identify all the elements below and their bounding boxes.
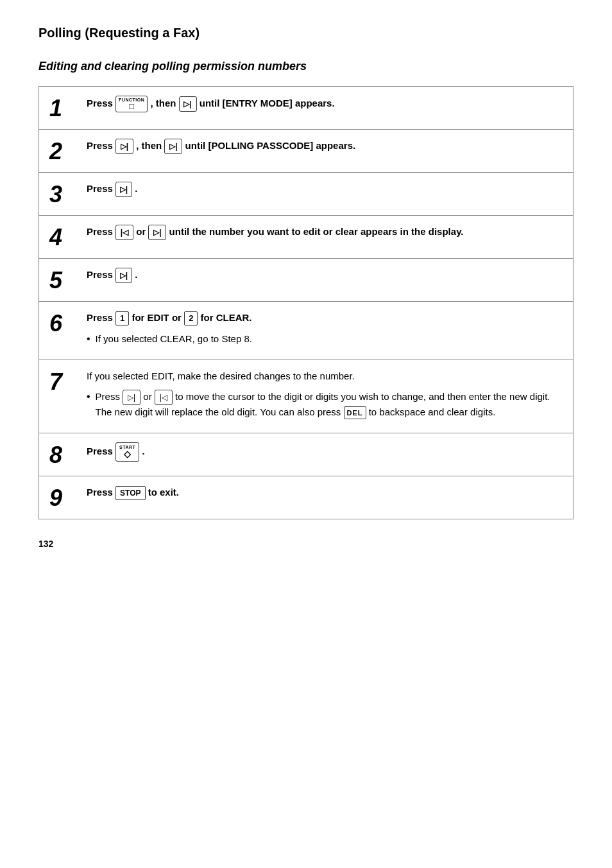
step6-for-edit: for EDIT or: [132, 312, 184, 323]
step-content-2: Press ▷| , then ▷| until [POLLING PASSCO…: [87, 139, 563, 154]
step2-then: , then: [136, 140, 164, 151]
step4-press: Press: [87, 226, 115, 237]
btn-stop[interactable]: STOP: [115, 486, 145, 500]
btn-del[interactable]: DEL: [344, 406, 366, 419]
step-num-9: 9: [49, 485, 80, 510]
step-content-7: If you selected EDIT, make the desired c…: [87, 369, 563, 424]
step6-press: Press: [87, 312, 115, 323]
step-row-5: 5 Press ▷| .: [39, 258, 573, 301]
step1-press: Press: [87, 98, 115, 108]
step1-until: until [ENTRY MODE] appears.: [200, 98, 335, 108]
btn-function[interactable]: FUNCTION □: [115, 96, 148, 112]
step-num-5: 5: [49, 268, 80, 292]
step5-period: .: [135, 269, 137, 280]
step7-main: If you selected EDIT, make the desired c…: [87, 370, 355, 381]
btn-arrow-right-4[interactable]: ▷|: [148, 225, 166, 240]
step-content-4: Press |◁ or ▷| until the number you want…: [87, 225, 563, 240]
step2-press: Press: [87, 140, 115, 151]
step3-period: .: [135, 183, 137, 194]
step-row-1: 1 Press FUNCTION □ , then ▷| until [ENTR…: [39, 87, 573, 129]
step-content-3: Press ▷| .: [87, 182, 563, 197]
steps-container: 1 Press FUNCTION □ , then ▷| until [ENTR…: [38, 86, 574, 519]
step9-to-exit: to exit.: [148, 487, 179, 498]
step-row-4: 4 Press |◁ or ▷| until the number you wa…: [39, 215, 573, 258]
step5-press: Press: [87, 269, 115, 280]
step4-until: until the number you want to edit or cle…: [169, 226, 464, 237]
step-num-2: 2: [49, 139, 80, 163]
step6-for-clear: for CLEAR.: [201, 312, 252, 323]
step-num-7: 7: [49, 369, 80, 394]
btn-arrow-right-1[interactable]: ▷|: [179, 96, 197, 112]
page-title: Polling (Requesting a Fax): [38, 26, 574, 40]
step-row-7: 7 If you selected EDIT, make the desired…: [39, 360, 573, 433]
section-title: Editing and clearing polling permission …: [38, 60, 574, 73]
btn-set-5[interactable]: ▷|: [115, 268, 132, 283]
step6-bullets: • If you selected CLEAR, go to Step 8.: [87, 332, 563, 347]
btn-start[interactable]: START ◇: [115, 442, 139, 462]
btn-arrow-left-7b[interactable]: |◁: [155, 390, 173, 405]
btn-arrow-right-2a[interactable]: ▷|: [115, 139, 133, 154]
step4-or: or: [136, 226, 148, 237]
step-content-9: Press STOP to exit.: [87, 485, 563, 500]
step3-press: Press: [87, 183, 115, 194]
step9-press: Press: [87, 487, 115, 498]
btn-num-1[interactable]: 1: [115, 311, 129, 326]
step8-press: Press: [87, 446, 115, 456]
step8-period: .: [142, 446, 145, 456]
step2-until: until [POLLING PASSCODE] appears.: [185, 140, 356, 151]
btn-arrow-right-2b[interactable]: ▷|: [164, 139, 182, 154]
step-num-4: 4: [49, 225, 80, 249]
page-number: 132: [38, 539, 574, 549]
step-content-8: Press START ◇ .: [87, 442, 563, 462]
step-num-8: 8: [49, 442, 80, 467]
step-num-3: 3: [49, 182, 80, 206]
btn-set-3[interactable]: ▷|: [115, 182, 132, 197]
btn-arrow-left-4[interactable]: |◁: [115, 225, 133, 240]
step-row-2: 2 Press ▷| , then ▷| until [POLLING PASS…: [39, 129, 573, 172]
step-row-8: 8 Press START ◇ .: [39, 433, 573, 476]
step7-bullet-content: Press ▷| or |◁ to move the cursor to the…: [96, 390, 563, 420]
step6-bullet-text: If you selected CLEAR, go to Step 8.: [96, 332, 252, 347]
step7-bullets: • Press ▷| or |◁ to move the cursor to t…: [87, 390, 563, 420]
step-content-5: Press ▷| .: [87, 268, 563, 283]
step-row-9: 9 Press STOP to exit.: [39, 476, 573, 519]
step-row-3: 3 Press ▷| .: [39, 172, 573, 215]
step-row-6: 6 Press 1 for EDIT or 2 for CLEAR. • If …: [39, 301, 573, 360]
btn-arrow-right-7a[interactable]: ▷|: [123, 390, 140, 405]
bullet-dot-6: •: [87, 332, 90, 346]
btn-num-2[interactable]: 2: [184, 311, 198, 326]
step1-then: , then: [150, 98, 178, 108]
step-num-1: 1: [49, 96, 80, 120]
step-content-1: Press FUNCTION □ , then ▷| until [ENTRY …: [87, 96, 563, 112]
step-content-6: Press 1 for EDIT or 2 for CLEAR. • If yo…: [87, 311, 563, 351]
bullet-dot-7: •: [87, 390, 90, 404]
step-num-6: 6: [49, 311, 80, 335]
